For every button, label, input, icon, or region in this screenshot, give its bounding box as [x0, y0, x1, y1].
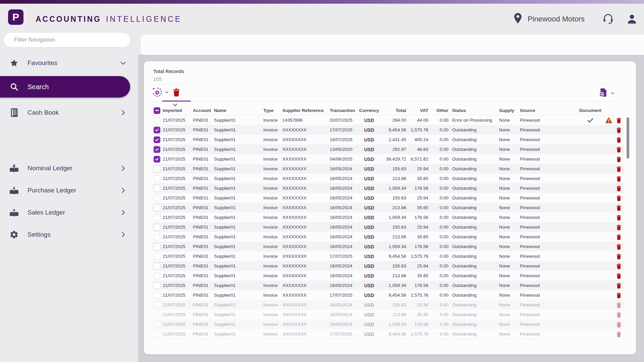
sidebar-item-cash-book[interactable]: Cash Book — [0, 104, 138, 121]
column-header-vat[interactable]: VAT — [409, 108, 431, 113]
delete-row-icon[interactable] — [616, 176, 622, 182]
column-header-other[interactable]: Other — [431, 108, 451, 113]
column-header-imported[interactable]: Imported — [163, 108, 193, 113]
cell-imported: 21/07/2025 — [163, 273, 193, 278]
column-header-total[interactable]: Total — [380, 108, 409, 113]
row-checkbox[interactable] — [154, 136, 160, 143]
cell-currency: USD — [358, 302, 380, 308]
delete-row-icon[interactable] — [616, 302, 622, 308]
user-avatar-icon[interactable] — [626, 13, 638, 25]
delete-row-icon[interactable] — [616, 253, 622, 259]
column-header-supply[interactable]: Supply — [499, 108, 520, 113]
cell-transaction: 16/05/2024 — [330, 166, 358, 171]
row-checkbox[interactable] — [154, 146, 160, 153]
company-selector[interactable]: Pinewood Motors — [528, 4, 585, 35]
delete-row-icon[interactable] — [616, 273, 622, 279]
delete-row-icon[interactable] — [616, 137, 622, 143]
vertical-scrollbar-thumb[interactable] — [627, 117, 629, 159]
cell-transaction: 18/07/2025 — [330, 137, 358, 142]
delete-row-icon[interactable] — [616, 224, 622, 230]
select-all-checkbox[interactable] — [154, 107, 160, 114]
chevron-down-icon[interactable] — [164, 89, 169, 95]
cell-transaction: 16/05/2024 — [330, 302, 358, 307]
sidebar-item-label: Nominal Ledger — [28, 165, 72, 172]
sidebar-item-nominal-ledger[interactable]: Nominal Ledger — [0, 160, 138, 177]
app-title-light: INTELLIGENCE — [106, 15, 182, 24]
sidebar-item-settings[interactable]: Settings — [0, 226, 138, 243]
delete-row-icon[interactable] — [616, 156, 622, 162]
delete-row-icon[interactable] — [616, 166, 622, 172]
cell-supplier-reference: XXXXXXXX — [282, 312, 330, 317]
row-checkbox[interactable] — [154, 263, 160, 269]
cell-account: PINE01 — [193, 283, 214, 288]
row-checkbox[interactable] — [154, 234, 160, 240]
table-row: 21/07/2025 PINE01 Supplier01 Invoice XXX… — [153, 290, 624, 300]
delete-row-icon[interactable] — [616, 185, 622, 191]
column-header-type[interactable]: Type — [263, 108, 282, 113]
column-header-supplier-reference[interactable]: Supplier Reference — [282, 108, 330, 113]
cell-source: Pinewood — [520, 254, 577, 259]
row-checkbox[interactable] — [154, 243, 160, 250]
column-header-document[interactable]: Document — [577, 108, 604, 113]
export-document-icon[interactable] — [598, 87, 608, 98]
row-checkbox[interactable] — [154, 195, 160, 201]
row-checkbox[interactable] — [154, 127, 160, 133]
delete-row-icon[interactable] — [616, 244, 622, 250]
column-header-status[interactable]: Status — [451, 108, 499, 113]
row-checkbox[interactable] — [154, 156, 160, 163]
row-checkbox[interactable] — [154, 273, 160, 279]
delete-row-icon[interactable] — [616, 146, 622, 153]
cell-source: Pinewood — [520, 302, 577, 307]
sidebar-item-search[interactable]: Search — [0, 76, 130, 98]
column-header-name[interactable]: Name — [214, 108, 263, 113]
delete-row-icon[interactable] — [616, 195, 622, 201]
row-checkbox[interactable] — [154, 214, 160, 221]
row-checkbox[interactable] — [154, 185, 160, 192]
row-checkbox[interactable] — [154, 175, 160, 182]
column-header-source[interactable]: Source — [520, 108, 577, 113]
delete-row-icon[interactable] — [616, 263, 622, 269]
row-checkbox[interactable] — [154, 331, 160, 338]
delete-row-icon[interactable] — [616, 215, 622, 221]
sidebar-item-favourites[interactable]: Favourites — [0, 54, 138, 72]
cell-total: 155.63 — [380, 302, 409, 307]
delete-row-icon[interactable] — [616, 127, 622, 133]
filter-navigation-input[interactable] — [4, 33, 130, 47]
cell-imported: 21/07/2025 — [163, 331, 193, 337]
delete-row-icon[interactable] — [616, 234, 622, 240]
row-checkbox[interactable] — [154, 117, 160, 124]
row-checkbox[interactable] — [154, 253, 160, 260]
row-checkbox[interactable] — [154, 166, 160, 172]
row-checkbox[interactable] — [154, 311, 160, 318]
delete-row-icon[interactable] — [616, 283, 622, 289]
cell-account: PINE01 — [193, 322, 214, 327]
delete-row-icon[interactable] — [616, 205, 622, 211]
app-logo[interactable]: P — [8, 9, 23, 25]
row-checkbox[interactable] — [154, 292, 160, 299]
cell-type: Invoice — [263, 331, 282, 337]
column-header-transaction[interactable]: Transaction — [330, 108, 358, 113]
cell-source: Pinewood — [520, 176, 577, 181]
delete-row-icon[interactable] — [616, 331, 622, 337]
delete-row-icon[interactable] — [616, 312, 622, 318]
delete-selected-icon[interactable] — [172, 88, 180, 97]
location-pin-icon[interactable] — [514, 12, 522, 24]
row-checkbox[interactable] — [154, 282, 160, 289]
cell-other: 0.00 — [431, 331, 451, 337]
chevron-down-icon[interactable] — [610, 90, 615, 96]
column-header-currency[interactable]: Currency — [358, 108, 380, 113]
support-headset-icon[interactable] — [602, 13, 614, 25]
row-checkbox[interactable] — [154, 204, 160, 211]
sidebar-item-sales-ledger[interactable]: Sales Ledger — [0, 204, 138, 221]
sync-settings-icon[interactable] — [152, 87, 163, 98]
sidebar-item-purchase-ledger[interactable]: Purchase Ledger — [0, 182, 138, 199]
delete-row-icon[interactable] — [616, 321, 622, 327]
column-header-account[interactable]: Account — [193, 108, 214, 113]
row-checkbox[interactable] — [154, 302, 160, 308]
row-checkbox[interactable] — [154, 224, 160, 231]
delete-row-icon[interactable] — [616, 292, 622, 298]
cell-account: PINE01 — [193, 186, 214, 191]
row-checkbox[interactable] — [154, 321, 160, 328]
delete-row-icon[interactable] — [616, 117, 622, 123]
cell-total: 213.86 — [380, 205, 409, 210]
